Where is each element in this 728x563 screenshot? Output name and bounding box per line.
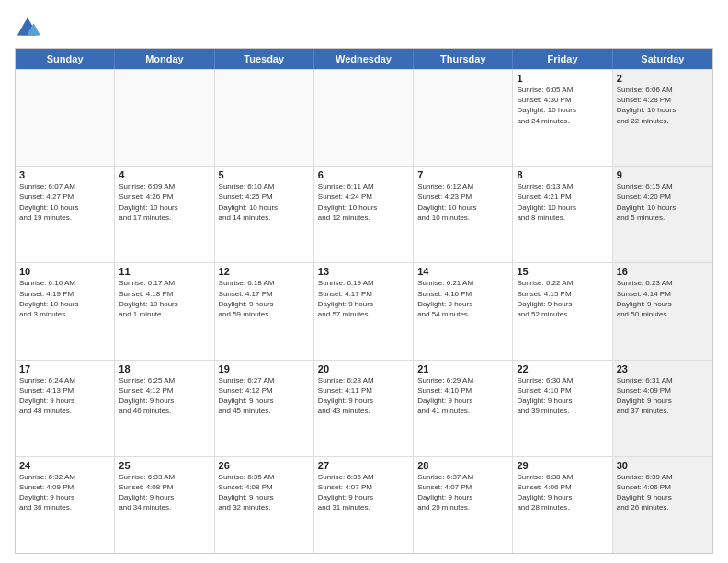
day-number: 23 [617, 363, 709, 374]
day-number: 5 [219, 169, 310, 180]
calendar-cell [16, 70, 115, 166]
cell-info: Sunrise: 6:15 AM Sunset: 4:20 PM Dayligh… [617, 181, 709, 223]
weekday-header: Saturday [613, 49, 712, 69]
day-number: 14 [417, 266, 508, 277]
cell-info: Sunrise: 6:24 AM Sunset: 4:13 PM Dayligh… [19, 375, 110, 417]
calendar-cell: 17Sunrise: 6:24 AM Sunset: 4:13 PM Dayli… [16, 361, 115, 456]
weekday-header: Friday [513, 49, 612, 69]
day-number: 26 [219, 460, 310, 471]
cell-info: Sunrise: 6:18 AM Sunset: 4:17 PM Dayligh… [219, 278, 310, 319]
calendar-cell: 5Sunrise: 6:10 AM Sunset: 4:25 PM Daylig… [215, 167, 314, 262]
calendar-cell: 24Sunrise: 6:32 AM Sunset: 4:09 PM Dayli… [16, 457, 115, 553]
cell-info: Sunrise: 6:32 AM Sunset: 4:09 PM Dayligh… [19, 472, 110, 513]
day-number: 3 [19, 169, 110, 180]
day-number: 6 [318, 169, 409, 180]
cell-info: Sunrise: 6:07 AM Sunset: 4:27 PM Dayligh… [19, 181, 110, 223]
day-number: 1 [517, 73, 608, 84]
cell-info: Sunrise: 6:05 AM Sunset: 4:30 PM Dayligh… [517, 85, 608, 126]
day-number: 13 [318, 266, 409, 277]
cell-info: Sunrise: 6:17 AM Sunset: 4:18 PM Dayligh… [119, 278, 210, 319]
calendar-cell: 15Sunrise: 6:22 AM Sunset: 4:15 PM Dayli… [513, 263, 612, 359]
cell-info: Sunrise: 6:30 AM Sunset: 4:10 PM Dayligh… [517, 375, 608, 417]
calendar-cell: 25Sunrise: 6:33 AM Sunset: 4:08 PM Dayli… [115, 457, 214, 553]
day-number: 2 [617, 73, 709, 84]
cell-info: Sunrise: 6:38 AM Sunset: 4:06 PM Dayligh… [517, 472, 608, 513]
calendar-cell: 3Sunrise: 6:07 AM Sunset: 4:27 PM Daylig… [16, 167, 115, 262]
calendar-cell: 26Sunrise: 6:35 AM Sunset: 4:08 PM Dayli… [215, 457, 314, 553]
day-number: 30 [617, 460, 709, 471]
logo [15, 15, 44, 40]
calendar-cell: 6Sunrise: 6:11 AM Sunset: 4:24 PM Daylig… [314, 167, 414, 262]
calendar-cell: 18Sunrise: 6:25 AM Sunset: 4:12 PM Dayli… [115, 361, 214, 456]
cell-info: Sunrise: 6:27 AM Sunset: 4:12 PM Dayligh… [219, 375, 310, 417]
cell-info: Sunrise: 6:28 AM Sunset: 4:11 PM Dayligh… [318, 375, 409, 417]
calendar-cell: 10Sunrise: 6:16 AM Sunset: 4:19 PM Dayli… [16, 263, 115, 359]
day-number: 12 [219, 266, 310, 277]
calendar-cell: 21Sunrise: 6:29 AM Sunset: 4:10 PM Dayli… [414, 361, 513, 456]
calendar-cell: 22Sunrise: 6:30 AM Sunset: 4:10 PM Dayli… [513, 361, 612, 456]
day-number: 7 [417, 169, 508, 180]
calendar-row: 17Sunrise: 6:24 AM Sunset: 4:13 PM Dayli… [16, 360, 712, 456]
calendar-cell [314, 70, 414, 166]
cell-info: Sunrise: 6:19 AM Sunset: 4:17 PM Dayligh… [318, 278, 409, 319]
cell-info: Sunrise: 6:21 AM Sunset: 4:16 PM Dayligh… [417, 278, 508, 319]
logo-icon [15, 15, 40, 40]
calendar: SundayMondayTuesdayWednesdayThursdayFrid… [15, 48, 713, 554]
calendar-cell [414, 70, 513, 166]
day-number: 19 [219, 363, 310, 374]
calendar-cell: 4Sunrise: 6:09 AM Sunset: 4:26 PM Daylig… [115, 167, 214, 262]
day-number: 25 [119, 460, 210, 471]
cell-info: Sunrise: 6:37 AM Sunset: 4:07 PM Dayligh… [417, 472, 508, 513]
day-number: 20 [318, 363, 409, 374]
cell-info: Sunrise: 6:09 AM Sunset: 4:26 PM Dayligh… [119, 181, 210, 223]
cell-info: Sunrise: 6:25 AM Sunset: 4:12 PM Dayligh… [119, 375, 210, 417]
day-number: 11 [119, 266, 210, 277]
calendar-cell: 16Sunrise: 6:23 AM Sunset: 4:14 PM Dayli… [613, 263, 712, 359]
cell-info: Sunrise: 6:13 AM Sunset: 4:21 PM Dayligh… [517, 181, 608, 223]
day-number: 27 [318, 460, 409, 471]
header [15, 15, 713, 40]
cell-info: Sunrise: 6:11 AM Sunset: 4:24 PM Dayligh… [318, 181, 409, 223]
day-number: 24 [19, 460, 110, 471]
calendar-cell: 11Sunrise: 6:17 AM Sunset: 4:18 PM Dayli… [115, 263, 214, 359]
weekday-header: Sunday [16, 49, 115, 69]
day-number: 17 [19, 363, 110, 374]
calendar-cell: 30Sunrise: 6:39 AM Sunset: 4:06 PM Dayli… [613, 457, 712, 553]
calendar-row: 1Sunrise: 6:05 AM Sunset: 4:30 PM Daylig… [16, 69, 712, 166]
day-number: 9 [617, 169, 709, 180]
calendar-cell: 29Sunrise: 6:38 AM Sunset: 4:06 PM Dayli… [513, 457, 612, 553]
day-number: 21 [417, 363, 508, 374]
weekday-header: Wednesday [314, 49, 414, 69]
calendar-cell: 14Sunrise: 6:21 AM Sunset: 4:16 PM Dayli… [414, 263, 513, 359]
calendar-row: 3Sunrise: 6:07 AM Sunset: 4:27 PM Daylig… [16, 166, 712, 262]
calendar-row: 10Sunrise: 6:16 AM Sunset: 4:19 PM Dayli… [16, 262, 712, 359]
day-number: 15 [517, 266, 608, 277]
calendar-body: 1Sunrise: 6:05 AM Sunset: 4:30 PM Daylig… [16, 69, 712, 553]
cell-info: Sunrise: 6:39 AM Sunset: 4:06 PM Dayligh… [617, 472, 709, 513]
calendar-cell: 8Sunrise: 6:13 AM Sunset: 4:21 PM Daylig… [513, 167, 612, 262]
cell-info: Sunrise: 6:33 AM Sunset: 4:08 PM Dayligh… [119, 472, 210, 513]
day-number: 10 [19, 266, 110, 277]
day-number: 29 [517, 460, 608, 471]
calendar-cell: 27Sunrise: 6:36 AM Sunset: 4:07 PM Dayli… [314, 457, 414, 553]
cell-info: Sunrise: 6:22 AM Sunset: 4:15 PM Dayligh… [517, 278, 608, 319]
cell-info: Sunrise: 6:36 AM Sunset: 4:07 PM Dayligh… [318, 472, 409, 513]
day-number: 4 [119, 169, 210, 180]
calendar-cell: 20Sunrise: 6:28 AM Sunset: 4:11 PM Dayli… [314, 361, 414, 456]
cell-info: Sunrise: 6:16 AM Sunset: 4:19 PM Dayligh… [19, 278, 110, 319]
weekday-header: Thursday [414, 49, 513, 69]
cell-info: Sunrise: 6:06 AM Sunset: 4:28 PM Dayligh… [617, 85, 709, 126]
calendar-cell: 23Sunrise: 6:31 AM Sunset: 4:09 PM Dayli… [613, 361, 712, 456]
calendar-cell: 12Sunrise: 6:18 AM Sunset: 4:17 PM Dayli… [215, 263, 314, 359]
day-number: 18 [119, 363, 210, 374]
weekday-header: Tuesday [215, 49, 314, 69]
calendar-header: SundayMondayTuesdayWednesdayThursdayFrid… [16, 49, 712, 69]
cell-info: Sunrise: 6:23 AM Sunset: 4:14 PM Dayligh… [617, 278, 709, 319]
calendar-cell [115, 70, 214, 166]
day-number: 8 [517, 169, 608, 180]
calendar-cell: 9Sunrise: 6:15 AM Sunset: 4:20 PM Daylig… [613, 167, 712, 262]
calendar-row: 24Sunrise: 6:32 AM Sunset: 4:09 PM Dayli… [16, 456, 712, 553]
weekday-header: Monday [115, 49, 214, 69]
cell-info: Sunrise: 6:29 AM Sunset: 4:10 PM Dayligh… [417, 375, 508, 417]
calendar-cell: 28Sunrise: 6:37 AM Sunset: 4:07 PM Dayli… [414, 457, 513, 553]
